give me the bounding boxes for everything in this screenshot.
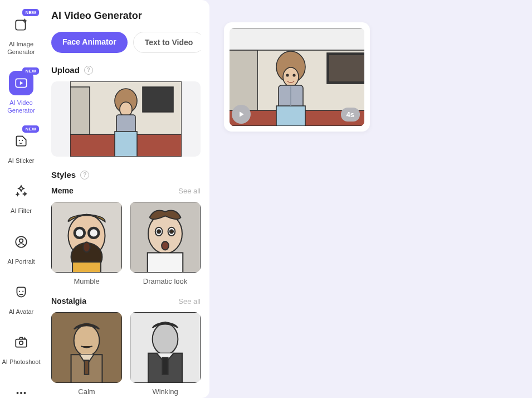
- svg-point-8: [17, 392, 19, 394]
- upload-header: Upload ?: [51, 65, 201, 75]
- help-icon[interactable]: ?: [80, 171, 89, 179]
- svg-point-5: [19, 239, 23, 242]
- photoshoot-icon: [9, 330, 33, 355]
- sidebar-item-label: AI Filter: [11, 207, 32, 215]
- style-thumbnail: [51, 312, 122, 383]
- upload-thumbnail: [70, 81, 182, 157]
- styles-title: Styles: [51, 170, 76, 179]
- style-grid-meme: Mumble Dramatic look: [51, 202, 201, 285]
- sidebar-item-ai-avatar[interactable]: AI Avatar: [0, 278, 42, 318]
- svg-rect-44: [230, 28, 364, 50]
- new-badge: NEW: [22, 125, 39, 133]
- svg-point-25: [90, 229, 98, 237]
- video-result-card[interactable]: 4s: [224, 22, 370, 132]
- avatar-icon: [9, 280, 33, 304]
- svg-point-34: [162, 241, 169, 250]
- style-group-name: Nostalgia: [51, 297, 86, 305]
- settings-panel: AI Video Generator Face Animator Text to…: [42, 0, 209, 398]
- upload-title: Upload: [51, 65, 80, 75]
- svg-point-9: [20, 392, 22, 394]
- svg-point-32: [157, 230, 160, 233]
- svg-point-52: [286, 74, 289, 76]
- tab-face-animator[interactable]: Face Animator: [51, 32, 128, 53]
- filter-icon: [9, 179, 33, 203]
- new-badge: NEW: [22, 67, 39, 75]
- style-label: Mumble: [51, 277, 122, 285]
- svg-rect-0: [16, 20, 25, 30]
- style-group-header-nostalgia: Nostalgia See all: [51, 297, 201, 305]
- svg-rect-55: [276, 106, 305, 126]
- sidebar-item-more[interactable]: More: [0, 378, 42, 398]
- sidebar: NEW AI Image Generator NEW AI Video Gene…: [0, 0, 42, 398]
- svg-point-26: [83, 242, 90, 252]
- style-card-calm[interactable]: Calm: [51, 312, 122, 396]
- style-label: Winking: [130, 387, 201, 396]
- upload-box[interactable]: [51, 81, 201, 157]
- svg-point-51: [283, 67, 299, 86]
- style-label: Calm: [51, 387, 122, 396]
- sidebar-item-label: AI Video Generator: [2, 99, 41, 115]
- sidebar-item-label: AI Image Generator: [2, 40, 41, 56]
- style-grid-nostalgia: Calm Winking: [51, 312, 201, 396]
- svg-point-2: [19, 140, 20, 141]
- svg-point-53: [293, 74, 295, 76]
- sidebar-item-label: AI Photoshoot: [2, 358, 40, 366]
- svg-rect-39: [85, 360, 89, 374]
- play-button[interactable]: [232, 105, 251, 124]
- style-thumbnail: [130, 312, 201, 383]
- svg-rect-35: [148, 253, 183, 273]
- svg-rect-6: [16, 339, 27, 347]
- svg-point-10: [24, 392, 26, 394]
- svg-point-16: [120, 102, 132, 117]
- more-icon: [9, 381, 33, 398]
- sidebar-item-label: AI Portrait: [8, 258, 35, 265]
- sidebar-item-ai-video-generator[interactable]: NEW AI Video Generator: [0, 69, 42, 117]
- svg-point-3: [22, 140, 23, 141]
- style-thumbnail: [51, 202, 122, 273]
- tab-text-to-video[interactable]: Text to Video: [133, 32, 201, 53]
- svg-point-24: [75, 229, 84, 237]
- play-icon: [237, 110, 245, 118]
- style-card-dramatic-look[interactable]: Dramatic look: [130, 202, 201, 285]
- mode-tabs: Face Animator Text to Video: [51, 32, 201, 53]
- svg-point-41: [153, 323, 178, 355]
- svg-point-7: [19, 341, 23, 345]
- sidebar-item-ai-photoshoot[interactable]: AI Photoshoot: [0, 328, 42, 368]
- svg-rect-14: [70, 87, 90, 134]
- sidebar-item-ai-filter[interactable]: AI Filter: [0, 177, 42, 217]
- sidebar-item-label: AI Avatar: [9, 308, 33, 316]
- panel-title: AI Video Generator: [51, 10, 201, 22]
- svg-point-37: [74, 325, 100, 356]
- svg-rect-49: [329, 55, 364, 82]
- svg-rect-13: [143, 87, 173, 112]
- style-card-winking[interactable]: Winking: [130, 312, 201, 396]
- sidebar-item-ai-image-generator[interactable]: NEW AI Image Generator: [0, 10, 42, 59]
- svg-rect-46: [230, 50, 257, 111]
- duration-badge: 4s: [341, 108, 360, 122]
- svg-rect-43: [162, 357, 168, 374]
- sidebar-item-ai-portrait[interactable]: AI Portrait: [0, 227, 42, 268]
- svg-rect-18: [115, 132, 137, 157]
- svg-rect-27: [72, 262, 101, 273]
- portrait-icon: [9, 230, 33, 254]
- style-label: Dramatic look: [130, 277, 201, 285]
- sidebar-item-ai-sticker[interactable]: NEW AI Sticker: [0, 127, 42, 167]
- style-thumbnail: [130, 202, 201, 273]
- see-all-link[interactable]: See all: [178, 187, 201, 195]
- style-group-header-meme: Meme See all: [51, 186, 201, 195]
- svg-point-33: [170, 230, 173, 233]
- canvas-area: 4s: [209, 0, 532, 398]
- sidebar-item-label: AI Sticker: [8, 157, 34, 164]
- style-group-name: Meme: [51, 186, 74, 195]
- see-all-link[interactable]: See all: [178, 297, 201, 305]
- style-card-mumble[interactable]: Mumble: [51, 202, 122, 285]
- new-badge: NEW: [22, 9, 39, 16]
- styles-header: Styles ?: [51, 170, 201, 179]
- help-icon[interactable]: ?: [84, 66, 93, 75]
